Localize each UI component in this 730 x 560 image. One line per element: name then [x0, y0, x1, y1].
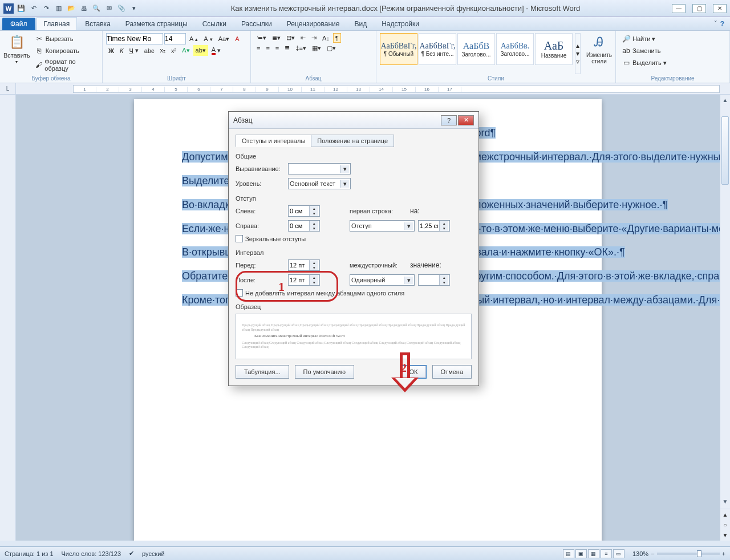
style-heading2[interactable]: АаБбВв.Заголово...: [496, 33, 534, 65]
view-full-reading[interactable]: ▣: [575, 549, 587, 558]
find-button[interactable]: 🔎Найти ▾: [619, 33, 726, 44]
underline-button[interactable]: Ч▾: [127, 45, 140, 56]
spacing-before-spinner[interactable]: ▴▾: [288, 259, 320, 271]
style-gallery[interactable]: АаБбВвГг,¶ Обычный АаБбВвГг,¶ Без инте..…: [380, 33, 573, 74]
dialog-close-button[interactable]: ✕: [458, 115, 474, 125]
outline-level-combo[interactable]: Основной текст▾: [288, 178, 351, 189]
email-icon[interactable]: ✉: [104, 3, 114, 14]
view-draft[interactable]: ▭: [613, 549, 624, 558]
multilevel-button[interactable]: ⊟▾: [284, 33, 297, 43]
status-proofing-icon[interactable]: ✔: [129, 550, 134, 557]
zoom-out-button[interactable]: −: [651, 550, 654, 557]
dialog-help-button[interactable]: ?: [441, 115, 457, 125]
scroll-down-icon[interactable]: ▼: [720, 496, 730, 506]
undo-icon[interactable]: ↶: [29, 3, 39, 14]
redo-icon[interactable]: ↷: [41, 3, 51, 14]
font-name-combo[interactable]: [106, 33, 163, 44]
alignment-combo[interactable]: ▾: [288, 163, 351, 175]
prev-page-icon[interactable]: ▲: [720, 509, 730, 520]
horizontal-ruler[interactable]: 1234567891011121314151617: [73, 85, 720, 93]
style-heading1[interactable]: АаБбВЗаголово...: [457, 33, 495, 65]
superscript-button[interactable]: x²: [169, 45, 179, 56]
dialog-tab-linebreaks[interactable]: Положение на странице: [311, 135, 394, 147]
style-no-spacing[interactable]: АаБбВвГг,¶ Без инте...: [419, 33, 456, 65]
qat-more-icon[interactable]: ▾: [129, 3, 139, 14]
spacing-after-spinner[interactable]: ▴▾: [288, 274, 320, 286]
ok-button[interactable]: ОК: [401, 365, 427, 379]
italic-button[interactable]: К: [117, 45, 125, 56]
scroll-up-icon[interactable]: ▲: [720, 95, 730, 105]
new-icon[interactable]: ▥: [54, 3, 64, 14]
first-line-by-spinner[interactable]: ▴▾: [418, 220, 450, 232]
tab-home[interactable]: Главная: [36, 17, 78, 30]
tab-references[interactable]: Ссылки: [196, 18, 233, 30]
attach-icon[interactable]: 📎: [116, 3, 127, 14]
select-button[interactable]: ▭Выделить ▾: [619, 57, 726, 68]
font-color-button[interactable]: A▾: [209, 45, 223, 56]
mirror-indents-checkbox[interactable]: Зеркальные отступы: [236, 235, 472, 242]
set-default-button[interactable]: По умолчанию: [295, 365, 354, 379]
help-icon[interactable]: ?: [720, 20, 724, 28]
sort-button[interactable]: A↓: [320, 33, 332, 43]
change-styles-button[interactable]: Ꭿ Изменить стили: [586, 33, 612, 74]
print-icon[interactable]: 🖶: [79, 3, 89, 14]
justify-button[interactable]: ≣: [282, 43, 292, 53]
shrink-font-button[interactable]: A▾: [201, 33, 214, 44]
tab-addins[interactable]: Надстройки: [375, 18, 426, 30]
tabs-button[interactable]: Табуляция...: [236, 365, 289, 379]
tab-selector[interactable]: L: [0, 83, 16, 94]
no-same-style-checkbox[interactable]: Не добавлять интервал между абзацами одн…: [236, 289, 472, 297]
scroll-thumb[interactable]: [721, 116, 729, 185]
highlight-button[interactable]: ab▾: [193, 45, 208, 56]
dialog-titlebar[interactable]: Абзац ? ✕: [229, 112, 478, 129]
strike-button[interactable]: abc: [142, 45, 157, 56]
status-page[interactable]: Страница: 1 из 1: [5, 550, 54, 557]
copy-button[interactable]: ⎘Копировать: [33, 45, 99, 56]
view-outline[interactable]: ≡: [601, 549, 612, 558]
vertical-scrollbar[interactable]: ▲ ▼ ▲ ○ ▼: [720, 95, 730, 541]
tab-mailings[interactable]: Рассылки: [234, 18, 279, 30]
align-right-button[interactable]: ≡: [273, 43, 281, 53]
bold-button[interactable]: Ж: [106, 45, 116, 56]
show-marks-button[interactable]: ¶: [333, 33, 341, 43]
zoom-slider[interactable]: [657, 553, 720, 555]
select-browse-icon[interactable]: ○: [720, 520, 730, 530]
view-print-layout[interactable]: ▤: [563, 549, 574, 558]
view-web-layout[interactable]: ▦: [588, 549, 599, 558]
text-effects-button[interactable]: A▾: [180, 45, 192, 56]
close-button[interactable]: ✕: [713, 4, 727, 13]
font-size-combo[interactable]: [164, 33, 186, 44]
style-gallery-more[interactable]: ▴▾▿: [575, 33, 581, 74]
tab-insert[interactable]: Вставка: [78, 18, 117, 30]
cancel-button[interactable]: Отмена: [432, 365, 472, 379]
style-title[interactable]: АаБНазвание: [535, 33, 573, 65]
zoom-level[interactable]: 130%: [632, 550, 648, 557]
minimize-ribbon-icon[interactable]: ˇ: [715, 20, 717, 28]
next-page-icon[interactable]: ▼: [720, 530, 730, 541]
tab-review[interactable]: Рецензирование: [280, 18, 347, 30]
change-case-button[interactable]: Aa▾: [216, 33, 232, 44]
status-word-count[interactable]: Число слов: 123/123: [62, 550, 121, 557]
subscript-button[interactable]: x₂: [158, 45, 168, 56]
clear-formatting-button[interactable]: A: [233, 33, 241, 44]
shading-button[interactable]: ▦▾: [310, 43, 323, 53]
line-spacing-at-spinner[interactable]: ▴▾: [418, 274, 450, 286]
dialog-tab-indents[interactable]: Отступы и интервалы: [236, 135, 311, 147]
status-language[interactable]: русский: [142, 550, 164, 557]
format-painter-button[interactable]: 🖌Формат по образцу: [33, 57, 99, 73]
cut-button[interactable]: ✂Вырезать: [33, 33, 99, 44]
grow-font-button[interactable]: A▴: [187, 33, 200, 44]
preview-icon[interactable]: 🔍: [91, 3, 102, 14]
zoom-in-button[interactable]: +: [722, 550, 725, 557]
indent-left-spinner[interactable]: ▴▾: [288, 205, 320, 217]
bullets-button[interactable]: ≔▾: [254, 33, 269, 43]
line-spacing-combo[interactable]: Одинарный▾: [350, 274, 415, 286]
paste-button[interactable]: 📋 Вставить ▾: [3, 33, 30, 74]
vertical-ruler[interactable]: [0, 95, 16, 541]
numbering-button[interactable]: ≣▾: [270, 33, 283, 43]
borders-button[interactable]: ▢▾: [325, 43, 338, 53]
align-center-button[interactable]: ≡: [263, 43, 271, 53]
save-icon[interactable]: 💾: [16, 3, 26, 14]
replace-button[interactable]: abЗаменить: [619, 45, 726, 56]
maximize-button[interactable]: ▢: [692, 4, 706, 13]
